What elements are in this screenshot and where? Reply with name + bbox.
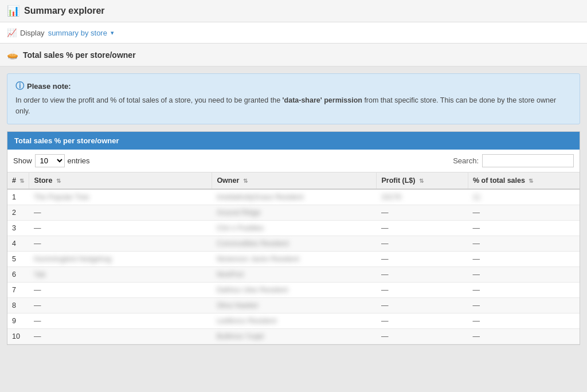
cell-num: 6 bbox=[7, 266, 29, 282]
cell-pct: — bbox=[468, 313, 580, 328]
cell-num: 7 bbox=[7, 282, 29, 297]
entries-label: entries bbox=[68, 156, 90, 165]
table-row: 2—Around Ridge—— bbox=[7, 205, 580, 220]
cell-owner: NickPort bbox=[212, 266, 377, 282]
cell-pct: — bbox=[468, 220, 580, 236]
cell-profit: — bbox=[377, 220, 468, 236]
cell-pct: — bbox=[468, 251, 580, 266]
cell-num: 9 bbox=[7, 313, 29, 328]
cell-owner: Nickerson Jackx Resident bbox=[212, 251, 377, 266]
cell-owner: Ledfenco Resident bbox=[212, 313, 377, 328]
table-container: Total sales % per store/owner Show 10 25… bbox=[7, 131, 580, 345]
cell-pct: 11 bbox=[468, 189, 580, 205]
cell-pct: — bbox=[468, 328, 580, 344]
cell-num: 1 bbox=[7, 189, 29, 205]
notice-text-bold: 'data-share' permission bbox=[283, 96, 362, 104]
cell-owner: Around Ridge bbox=[212, 205, 377, 220]
cell-profit: — bbox=[377, 205, 468, 220]
col-profit[interactable]: Profit (L$) ⇅ bbox=[377, 172, 468, 189]
cell-num: 8 bbox=[7, 297, 29, 313]
notice-heading: ⓘ Please note: bbox=[15, 81, 572, 92]
cell-owner: Silva Hawker bbox=[212, 297, 377, 313]
notice-box: ⓘ Please note: In order to view the prof… bbox=[7, 73, 580, 124]
sort-icon-num: ⇅ bbox=[19, 178, 24, 184]
cell-num: 3 bbox=[7, 220, 29, 236]
data-table: # ⇅ Store ⇅ Owner ⇅ Profit (L$) ⇅ bbox=[7, 172, 580, 344]
cell-profit: — bbox=[377, 328, 468, 344]
table-row: 4—Commodities Resident—— bbox=[7, 236, 580, 251]
notice-text-before: In order to view the profit and % of tot… bbox=[15, 96, 283, 104]
cell-owner: Commodities Resident bbox=[212, 236, 377, 251]
cell-store: — bbox=[29, 220, 212, 236]
cell-num: 2 bbox=[7, 205, 29, 220]
page-title: Summary explorer bbox=[24, 6, 105, 16]
col-owner[interactable]: Owner ⇅ bbox=[212, 172, 377, 189]
cell-profit: — bbox=[377, 313, 468, 328]
table-title-bar: Total sales % per store/owner bbox=[7, 132, 580, 150]
table-row: 7—Dalhiou Ulee Resident—— bbox=[7, 282, 580, 297]
cell-owner: Bullimov Yuqid bbox=[212, 328, 377, 344]
cell-pct: — bbox=[468, 282, 580, 297]
table-header-row: # ⇅ Store ⇅ Owner ⇅ Profit (L$) ⇅ bbox=[7, 172, 580, 189]
section-header: 🥧 Total sales % per store/owner bbox=[0, 44, 587, 66]
sort-icon-pct: ⇅ bbox=[529, 178, 533, 184]
sort-icon-store: ⇅ bbox=[56, 178, 61, 184]
table-row: 8—Silva Hawker—— bbox=[7, 297, 580, 313]
entries-select[interactable]: 10 25 50 100 bbox=[35, 154, 65, 167]
sort-icon-profit: ⇅ bbox=[419, 178, 424, 184]
col-store[interactable]: Store ⇅ bbox=[29, 172, 212, 189]
cell-pct: — bbox=[468, 297, 580, 313]
section-icon: 🥧 bbox=[7, 49, 18, 60]
table-row: 9—Ledfenco Resident—— bbox=[7, 313, 580, 328]
table-row: 3—Chri n Puddles—— bbox=[7, 220, 580, 236]
table-title: Total sales % per store/owner bbox=[14, 136, 119, 145]
section-title: Total sales % per store/owner bbox=[23, 50, 136, 60]
header-bar: 📊 Summary explorer bbox=[0, 0, 587, 22]
search-input[interactable] bbox=[482, 154, 574, 167]
cell-num: 10 bbox=[7, 328, 29, 344]
cell-profit: — bbox=[377, 266, 468, 282]
table-row: 6YakNickPort—— bbox=[7, 266, 580, 282]
cell-store: Yak bbox=[29, 266, 212, 282]
cell-store: Hummingbird Hedgehog bbox=[29, 251, 212, 266]
cell-store: — bbox=[29, 297, 212, 313]
table-controls: Show 10 25 50 100 entries Search: bbox=[7, 150, 580, 172]
cell-profit: — bbox=[377, 282, 468, 297]
summary-explorer-icon: 📊 bbox=[7, 5, 19, 17]
col-pct[interactable]: % of total sales ⇅ bbox=[468, 172, 580, 189]
cell-profit: — bbox=[377, 251, 468, 266]
cell-pct: — bbox=[468, 236, 580, 251]
cell-store: — bbox=[29, 236, 212, 251]
dropdown-arrow-icon[interactable]: ▾ bbox=[111, 29, 114, 37]
cell-store: — bbox=[29, 313, 212, 328]
sort-icon-owner: ⇅ bbox=[243, 178, 248, 184]
show-entries-control: Show 10 25 50 100 entries bbox=[13, 154, 90, 167]
cell-pct: — bbox=[468, 266, 580, 282]
table-row: 10—Bullimov Yuqid—— bbox=[7, 328, 580, 344]
cell-owner: Chri n Puddles bbox=[212, 220, 377, 236]
cell-profit: 10176 bbox=[377, 189, 468, 205]
search-label: Search: bbox=[453, 156, 479, 165]
cell-owner: ImeldaKellyGrace Resident bbox=[212, 189, 377, 205]
cell-owner: Dalhiou Ulee Resident bbox=[212, 282, 377, 297]
display-bar-icon: 📈 bbox=[7, 28, 17, 37]
cell-num: 5 bbox=[7, 251, 29, 266]
cell-profit: — bbox=[377, 236, 468, 251]
cell-store: — bbox=[29, 328, 212, 344]
cell-store: — bbox=[29, 282, 212, 297]
cell-pct: — bbox=[468, 205, 580, 220]
cell-profit: — bbox=[377, 297, 468, 313]
table-row: 1The Popular TreeImeldaKellyGrace Reside… bbox=[7, 189, 580, 205]
display-bar: 📈 Display summary by store ▾ bbox=[0, 22, 587, 44]
notice-icon: ⓘ bbox=[15, 81, 24, 92]
cell-num: 4 bbox=[7, 236, 29, 251]
cell-store: — bbox=[29, 205, 212, 220]
notice-heading-text: Please note: bbox=[27, 82, 71, 91]
table-row: 5Hummingbird HedgehogNickerson Jackx Res… bbox=[7, 251, 580, 266]
display-label: Display bbox=[20, 29, 45, 37]
col-num[interactable]: # ⇅ bbox=[7, 172, 29, 189]
display-mode-link[interactable]: summary by store bbox=[48, 29, 107, 37]
notice-text: In order to view the profit and % of tot… bbox=[15, 95, 572, 117]
show-label: Show bbox=[13, 156, 32, 165]
cell-store: The Popular Tree bbox=[29, 189, 212, 205]
